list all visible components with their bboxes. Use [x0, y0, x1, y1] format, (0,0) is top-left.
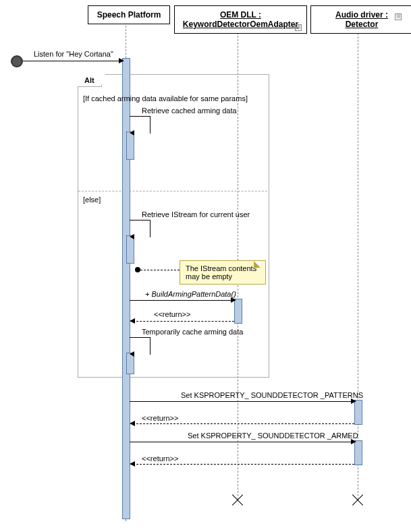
msg-return-build: <<return>>	[154, 310, 190, 318]
expand-icon: ⊞	[395, 13, 402, 20]
arrow-set-armed	[130, 442, 354, 442]
arrow-set-patterns	[130, 401, 354, 402]
note-connector	[140, 270, 180, 270]
arrowhead-return-build	[130, 318, 135, 324]
arrow-initial	[23, 61, 122, 61]
start-node	[11, 55, 23, 67]
self-arrow-2	[130, 234, 134, 239]
arrowhead-build-arming	[231, 297, 236, 303]
participant-oem-dll: OEM DLL : KeywordDetectorOemAdapter	[174, 5, 307, 34]
alt-guard-cached: [If cached arming data available for sam…	[83, 94, 248, 102]
activation-istream	[126, 235, 134, 264]
msg-listen: Listen for "Hey Cortana"	[34, 50, 113, 58]
arrowhead-return-armed	[130, 461, 135, 467]
note-anchor-dot	[135, 267, 140, 272]
msg-return-patterns: <<return>>	[142, 414, 178, 422]
self-arrow-3	[130, 351, 134, 357]
lifeline-audio-driver	[358, 23, 358, 500]
alt-guard-else: [else]	[83, 196, 101, 204]
participant-speech-platform: Speech Platform	[88, 5, 170, 24]
msg-set-armed: Set KSPROPERTY_ SOUNDDETECTOR _ARMED	[188, 432, 358, 440]
activation-cached	[126, 131, 134, 160]
destroy-oem-dll	[232, 494, 243, 505]
arrowhead-set-armed	[351, 439, 356, 444]
msg-set-patterns: Set KSPROPERTY_ SOUNDDETECTOR _PATTERNS	[181, 391, 363, 399]
note-fold-icon	[254, 261, 261, 268]
arrow-return-armed	[133, 464, 354, 465]
self-arrow-1	[130, 130, 134, 136]
arrow-return-build	[133, 321, 234, 322]
msg-retrieve-istream: Retrieve IStream for current user	[142, 210, 250, 218]
arrowhead-return-patterns	[130, 421, 135, 426]
alt-divider	[78, 191, 267, 191]
arrow-return-patterns	[133, 423, 354, 424]
arrowhead-set-patterns	[351, 398, 356, 404]
msg-return-armed: <<return>>	[142, 454, 178, 463]
msg-retrieve-cached: Retrieve cached arming data	[142, 107, 237, 115]
alt-operator-label: Alt	[78, 74, 102, 87]
arrow-build-arming	[130, 300, 234, 301]
destroy-audio-driver	[352, 494, 363, 505]
msg-build-arming: + BuildArmingPatternData()	[145, 290, 236, 298]
note-istream-empty: The IStream contents may be empty	[180, 260, 266, 285]
msg-temp-cache: Temporarily cache arming data	[142, 328, 243, 336]
arrowhead-initial	[119, 58, 124, 63]
expand-icon: ⊞	[295, 24, 302, 31]
